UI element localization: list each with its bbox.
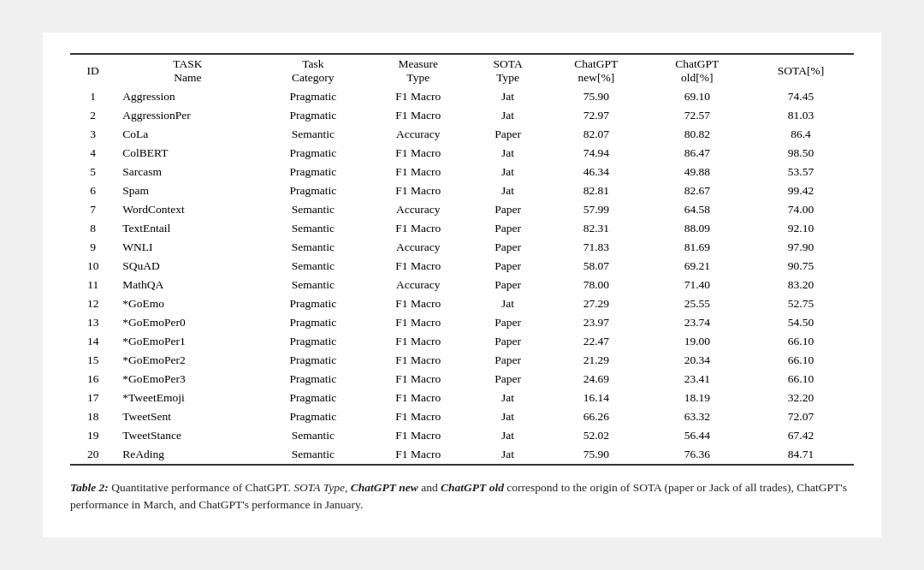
cell-category: Semantic: [260, 445, 367, 465]
cell-name: *TweetEmoji: [116, 389, 259, 407]
table-row: 13 *GoEmoPer0 Pragmatic F1 Macro Paper 2…: [70, 313, 854, 332]
cell-category: Pragmatic: [260, 87, 367, 106]
table-row: 16 *GoEmoPer3 Pragmatic F1 Macro Paper 2…: [70, 370, 854, 389]
cell-chatgpt-old: 72.57: [647, 106, 748, 125]
cell-id: 5: [70, 163, 116, 181]
cell-id: 17: [70, 389, 116, 407]
table-row: 11 MathQA Semantic Accuracy Paper 78.00 …: [70, 276, 854, 294]
cell-category: Pragmatic: [260, 389, 367, 407]
cell-sota-pct: 32.20: [748, 389, 854, 407]
cell-sota-type: Paper: [470, 313, 545, 332]
cell-measure: Accuracy: [366, 276, 470, 294]
cell-sota-type: Paper: [470, 219, 545, 238]
table-row: 2 AggressionPer Pragmatic F1 Macro Jat 7…: [70, 106, 854, 125]
cell-measure: F1 Macro: [366, 144, 470, 163]
cell-chatgpt-new: 58.07: [546, 257, 647, 276]
cell-chatgpt-new: 82.81: [546, 181, 647, 200]
cell-id: 6: [70, 181, 116, 200]
cell-chatgpt-old: 82.67: [647, 181, 748, 200]
cell-id: 12: [70, 294, 116, 313]
cell-chatgpt-old: 69.21: [647, 257, 748, 276]
cell-name: TweetSent: [116, 407, 259, 426]
cell-sota-type: Jat: [470, 389, 545, 407]
caption-label: Table 2:: [70, 481, 109, 494]
cell-chatgpt-old: 18.19: [647, 389, 748, 407]
cell-name: CoLa: [116, 125, 259, 144]
cell-measure: Accuracy: [366, 200, 470, 219]
cell-id: 15: [70, 351, 116, 370]
table-row: 7 WordContext Semantic Accuracy Paper 57…: [70, 200, 854, 219]
cell-sota-pct: 72.07: [748, 407, 854, 426]
cell-name: *GoEmoPer2: [116, 351, 259, 370]
cell-id: 13: [70, 313, 116, 332]
cell-name: WordContext: [116, 200, 259, 219]
table-row: 15 *GoEmoPer2 Pragmatic F1 Macro Paper 2…: [70, 351, 854, 370]
cell-sota-pct: 90.75: [748, 257, 854, 276]
th-sota-pct: SOTA[%]: [748, 54, 854, 87]
table-caption: Table 2: Quantitative performance of Cha…: [70, 479, 854, 514]
caption-intro: Quantitative performance of ChatGPT. SOT…: [111, 481, 506, 494]
cell-id: 16: [70, 370, 116, 389]
cell-id: 9: [70, 238, 116, 257]
cell-sota-pct: 98.50: [748, 144, 854, 163]
cell-category: Semantic: [260, 238, 367, 257]
cell-chatgpt-old: 76.36: [647, 445, 748, 465]
cell-category: Semantic: [260, 200, 367, 219]
cell-measure: F1 Macro: [366, 313, 470, 332]
cell-chatgpt-new: 74.94: [546, 144, 647, 163]
cell-category: Pragmatic: [260, 407, 367, 426]
cell-sota-pct: 83.20: [748, 276, 854, 294]
cell-sota-pct: 66.10: [748, 332, 854, 351]
cell-name: Sarcasm: [116, 163, 259, 181]
cell-name: Aggression: [116, 87, 259, 106]
cell-category: Semantic: [260, 257, 367, 276]
cell-chatgpt-old: 23.41: [647, 370, 748, 389]
cell-sota-pct: 52.75: [748, 294, 854, 313]
th-task-name: TASKName: [116, 54, 259, 87]
cell-sota-type: Jat: [470, 426, 545, 445]
cell-sota-type: Jat: [470, 87, 545, 106]
cell-chatgpt-new: 82.31: [546, 219, 647, 238]
cell-measure: F1 Macro: [366, 370, 470, 389]
cell-name: *GoEmoPer3: [116, 370, 259, 389]
cell-sota-type: Jat: [470, 106, 545, 125]
cell-name: SQuAD: [116, 257, 259, 276]
cell-chatgpt-old: 64.58: [647, 200, 748, 219]
table-row: 14 *GoEmoPer1 Pragmatic F1 Macro Paper 2…: [70, 332, 854, 351]
cell-chatgpt-new: 21.29: [546, 351, 647, 370]
cell-category: Pragmatic: [260, 370, 367, 389]
cell-measure: F1 Macro: [366, 389, 470, 407]
cell-chatgpt-old: 25.55: [647, 294, 748, 313]
cell-chatgpt-new: 71.83: [546, 238, 647, 257]
cell-sota-type: Paper: [470, 351, 545, 370]
cell-id: 3: [70, 125, 116, 144]
cell-category: Semantic: [260, 125, 367, 144]
cell-category: Semantic: [260, 426, 367, 445]
table-row: 19 TweetStance Semantic F1 Macro Jat 52.…: [70, 426, 854, 445]
cell-sota-pct: 67.42: [748, 426, 854, 445]
results-table: ID TASKName TaskCategory MeasureType SOT…: [70, 53, 854, 466]
cell-measure: F1 Macro: [366, 332, 470, 351]
cell-chatgpt-new: 24.69: [546, 370, 647, 389]
cell-name: *GoEmoPer1: [116, 332, 259, 351]
cell-chatgpt-new: 16.14: [546, 389, 647, 407]
cell-chatgpt-new: 82.07: [546, 125, 647, 144]
cell-chatgpt-new: 75.90: [546, 445, 647, 465]
cell-category: Pragmatic: [260, 332, 367, 351]
table-row: 6 Spam Pragmatic F1 Macro Jat 82.81 82.6…: [70, 181, 854, 200]
cell-chatgpt-old: 86.47: [647, 144, 748, 163]
cell-measure: F1 Macro: [366, 257, 470, 276]
table-row: 17 *TweetEmoji Pragmatic F1 Macro Jat 16…: [70, 389, 854, 407]
cell-category: Pragmatic: [260, 181, 367, 200]
cell-sota-type: Jat: [470, 144, 545, 163]
cell-measure: F1 Macro: [366, 445, 470, 465]
cell-chatgpt-old: 56.44: [647, 426, 748, 445]
th-chatgpt-new: ChatGPTnew[%]: [546, 54, 647, 87]
cell-measure: F1 Macro: [366, 426, 470, 445]
cell-sota-type: Paper: [470, 257, 545, 276]
cell-name: AggressionPer: [116, 106, 259, 125]
cell-sota-pct: 53.57: [748, 163, 854, 181]
cell-chatgpt-new: 27.29: [546, 294, 647, 313]
cell-sota-pct: 99.42: [748, 181, 854, 200]
main-container: ID TASKName TaskCategory MeasureType SOT…: [43, 33, 881, 538]
